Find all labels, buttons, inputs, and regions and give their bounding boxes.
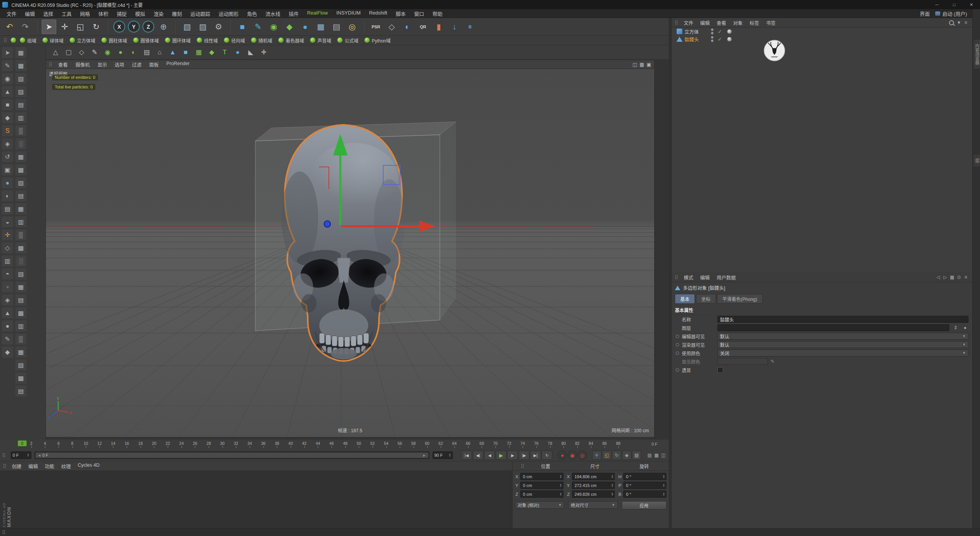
interface-label[interactable]: 界面	[920, 10, 930, 17]
timeline-ruler[interactable]: 0246810121416182022242628303234363840424…	[0, 440, 669, 450]
field-button[interactable]: 着色器域	[276, 37, 306, 44]
menubar-item[interactable]: 流水线	[261, 9, 284, 18]
plus-tool-icon[interactable]: ✚	[258, 47, 270, 58]
add-spline-button[interactable]: ✎	[251, 20, 265, 34]
palette-tool-icon[interactable]: ▧	[15, 177, 26, 188]
timeline-options-icon[interactable]: ▤	[647, 452, 653, 459]
coord-value-field[interactable]: 0 cm▲▼	[520, 473, 564, 480]
diamond-tool-icon[interactable]: ◇	[76, 47, 87, 58]
timeline-tick[interactable]: 4	[44, 441, 46, 446]
palette-tool-icon[interactable]: ■	[2, 99, 13, 110]
timeline-tick[interactable]: 64	[452, 441, 457, 446]
palette-tool-icon[interactable]: ◓	[2, 268, 13, 279]
stepper-icon[interactable]: ▲▼	[560, 492, 562, 496]
home-tool-icon[interactable]: ⌂	[154, 47, 165, 58]
viewport-menu-item[interactable]: 摄像机	[72, 60, 94, 69]
palette-tool-icon[interactable]: ◐	[2, 190, 13, 201]
menubar-item[interactable]: 体积	[94, 9, 113, 18]
menubar-item[interactable]: 捕捉	[113, 9, 131, 18]
timeline-tick[interactable]: 50	[357, 441, 361, 446]
stepper-icon[interactable]: ▲▼	[611, 475, 613, 479]
stepper-icon[interactable]: ▲▼	[663, 484, 665, 487]
grid-icon[interactable]: ▦	[949, 275, 956, 280]
tri-tool-icon[interactable]: ▲	[167, 47, 178, 58]
nav-back-icon[interactable]: ◁	[935, 275, 942, 280]
palette-tool-icon[interactable]: ░	[15, 255, 26, 266]
menubar-item[interactable]: 渲染	[149, 9, 168, 18]
timeline-tick[interactable]: 80	[562, 441, 566, 446]
text-field-tool-icon[interactable]: T	[219, 47, 230, 58]
z-axis-lock-button[interactable]: Z	[142, 21, 154, 33]
timeline-tick[interactable]: 88	[616, 441, 621, 446]
maximize-view-icon[interactable]: ▣	[647, 62, 651, 67]
attribute-manager-menu-item[interactable]: 用户数据	[713, 273, 739, 282]
timeline-tick[interactable]: 6	[57, 441, 60, 446]
fcurve-mode-icon[interactable]: ▦	[653, 452, 660, 459]
object-tree[interactable]: 立方体✓骷髅头✓	[672, 28, 972, 272]
palette-tool-icon[interactable]: ●	[2, 320, 13, 332]
object-manager-menu-item[interactable]: 对象	[730, 18, 746, 27]
vertical-splitter[interactable]	[669, 18, 672, 528]
add-environment-button[interactable]: ▦	[314, 20, 328, 34]
palette-tool-icon[interactable]: ▥	[15, 320, 26, 332]
add-light-button[interactable]: ◎	[345, 20, 359, 34]
palette-tool-icon[interactable]: ▥	[2, 255, 13, 266]
panel-grip-icon[interactable]	[2, 453, 5, 458]
timeline-tick[interactable]: 74	[521, 441, 525, 446]
key-rotation-toggle[interactable]: ↻	[612, 451, 621, 460]
play-button[interactable]: ▶	[496, 451, 506, 460]
search-icon[interactable]	[949, 20, 954, 25]
material-list-area[interactable]: CINEMA 4D MAXON	[0, 471, 512, 529]
material-menu-item[interactable]: 纹理	[58, 462, 74, 471]
stepper-icon[interactable]: ▲▼	[611, 492, 613, 496]
stepper-icon[interactable]: ▲▼	[27, 453, 29, 457]
menubar-item[interactable]: 插件	[284, 9, 303, 18]
coordinate-mode-dropdown[interactable]: 对象 (相对)▼	[515, 501, 564, 509]
next-key-button[interactable]: |▶	[519, 451, 529, 460]
render-picture-viewer-button[interactable]: ▨	[196, 20, 210, 34]
stepper-icon[interactable]: ▲▼	[449, 453, 451, 457]
panel-grip-icon[interactable]	[521, 464, 524, 469]
coord-value-field[interactable]: 0 °▲▼	[623, 482, 666, 489]
palette-tool-icon[interactable]: ✎	[2, 333, 13, 345]
palette-tool-icon[interactable]: ↺	[2, 151, 13, 162]
download-tool-button[interactable]: ↓	[447, 20, 462, 34]
name-input[interactable]: 骷髅头	[717, 316, 969, 323]
palette-tool-icon[interactable]: ➤	[2, 47, 13, 58]
timeline-tick[interactable]: 22	[165, 441, 170, 446]
add-generator-button[interactable]: ◆	[282, 20, 297, 34]
timeline-tick[interactable]: 32	[234, 441, 238, 446]
menubar-item[interactable]: 运动跟踪	[186, 9, 214, 18]
menubar-item[interactable]: 角色	[243, 9, 261, 18]
menubar-item[interactable]: 雕刻	[168, 9, 186, 18]
timeline-tick[interactable]: 70	[493, 441, 498, 446]
add-cube-button[interactable]: ■	[235, 20, 250, 34]
palette-tool-icon[interactable]: ▤	[15, 190, 26, 201]
layer-input[interactable]	[717, 324, 949, 331]
scale-tool-button[interactable]: ◱	[73, 20, 88, 34]
timeline-tick[interactable]: 18	[138, 441, 143, 446]
rotate-tool-button[interactable]: ↻	[89, 20, 103, 34]
maximize-button[interactable]: □	[946, 0, 963, 9]
palette-tool-icon[interactable]: ▩	[15, 373, 26, 384]
quantize-tool-button[interactable]: ◇	[384, 20, 399, 34]
coord-value-field[interactable]: 0 °▲▼	[623, 490, 666, 498]
timeline-tick[interactable]: 46	[329, 441, 334, 446]
object-manager-menu-item[interactable]: 标签	[746, 18, 763, 27]
menubar-item[interactable]: 窗口	[410, 9, 428, 18]
pen-tool-icon[interactable]: ✎	[89, 47, 100, 58]
field-button[interactable]: 径向域	[222, 37, 247, 44]
timeline-tick[interactable]: 34	[247, 441, 252, 446]
dock-tab[interactable]: 内容浏览器	[973, 40, 980, 69]
object-manager-menu-item[interactable]: 书签	[763, 18, 779, 27]
field-button[interactable]: 公式域	[335, 37, 361, 44]
timeline-tick[interactable]: 16	[124, 441, 129, 446]
palette-tool-icon[interactable]: ▧	[15, 268, 26, 279]
palette-tool-icon[interactable]: ░	[15, 138, 26, 149]
timeline-tick[interactable]: 48	[343, 441, 348, 446]
dock-tab[interactable]: 层	[973, 155, 980, 167]
field-half-tool-icon[interactable]: ◐	[128, 47, 139, 58]
xray-checkbox[interactable]	[717, 367, 723, 373]
palette-tool-icon[interactable]: ▥	[15, 216, 26, 227]
panel-grip-icon[interactable]	[49, 62, 52, 67]
